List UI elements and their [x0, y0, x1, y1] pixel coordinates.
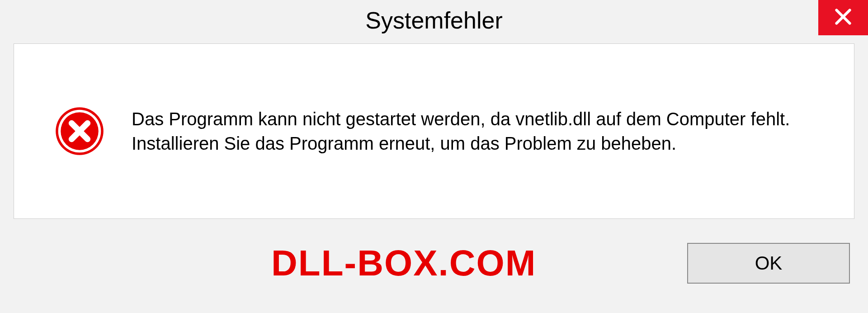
dialog-footer: DLL-BOX.COM OK [0, 227, 868, 313]
error-icon [55, 106, 104, 156]
close-icon [833, 7, 853, 28]
titlebar: Systemfehler [0, 0, 868, 41]
close-button[interactable] [818, 0, 868, 35]
dialog-content: Das Programm kann nicht gestartet werden… [14, 43, 854, 219]
error-message: Das Programm kann nicht gestartet werden… [132, 107, 831, 156]
watermark-text: DLL-BOX.COM [0, 242, 536, 284]
ok-button-label: OK [755, 252, 783, 274]
dialog-title: Systemfehler [365, 7, 502, 34]
ok-button[interactable]: OK [687, 243, 850, 284]
